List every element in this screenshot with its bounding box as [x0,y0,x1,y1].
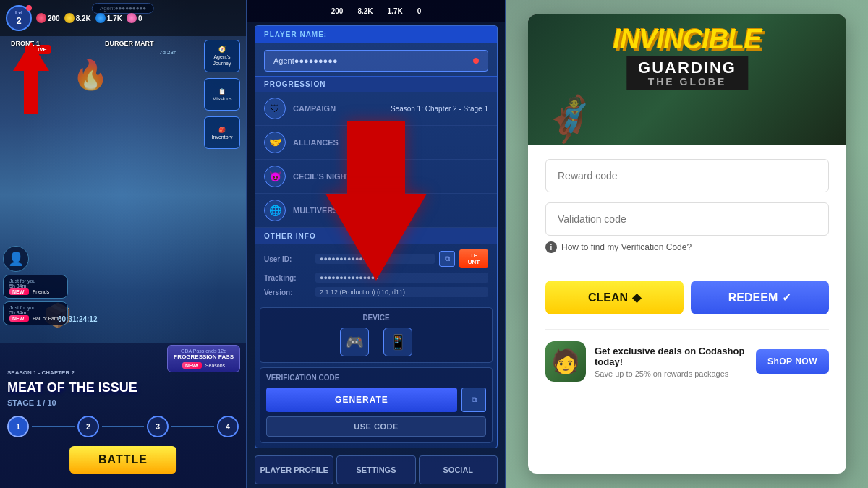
friends-panel[interactable]: Just for you 5h 34m NEW! Friends [3,275,68,299]
verification-header: VERIFICATION CODE [266,374,486,382]
clean-label: CLEAN [588,291,628,304]
modal-tabs: PLAYER PROFILE SETTINGS SOCIAL [255,452,498,488]
codashop-promo: 🧑 Get exclusive deals on Codashop today!… [528,330,846,393]
player-name-field: Agent●●●●●●●●● [264,50,488,72]
drone-label: DRONE 1 [11,40,40,47]
resource-icon-yellow [64,13,75,23]
stage-title: MEAT OF THE ISSUE [7,380,137,395]
promo-icon: 🧑 [545,341,586,382]
validation-code-input[interactable] [545,202,829,236]
verif-copy-button[interactable]: ⧉ [461,388,486,412]
resource-red: 200 [36,13,60,23]
reward-action-buttons: CLEAN ◆ REDEEM ✓ [528,281,846,329]
device-section: DEVICE 🎮 📱 [260,307,493,363]
alliances-label: ALLIANCES [293,138,488,147]
cecils-icon: 😈 [264,166,286,187]
progression-pass[interactable]: GDA Pass ends 12d PROGRESSION PASS NEW! … [167,345,240,372]
promo-title: Get exclusive deals on Codashop today! [595,346,747,367]
user-id-value: ●●●●●●●●●●●●●●● [315,254,435,264]
character-silhouette: 🦸 [542,93,597,145]
stage-nodes: 1 2 3 4 [7,416,239,437]
version-label: Version: [264,288,311,296]
reward-card: 🦸 INVINCIBLE GUARDING THE GLOBE i How to… [528,14,846,474]
redeem-icon: ✓ [782,291,791,304]
campaign-value: Season 1: Chapter 2 - Stage 1 [391,105,488,113]
cecils-label: CECIL'S NIGHTMARES [293,172,488,181]
user-id-label: User ID: [264,255,311,263]
how-to-find-hint[interactable]: i How to find my Verification Code? [545,241,829,253]
clean-icon: ◆ [632,291,641,304]
tab-settings[interactable]: SETTINGS [336,455,415,484]
user-id-row: User ID: ●●●●●●●●●●●●●●● ⧉ TEUNT [264,249,488,268]
stage-node-2[interactable]: 2 [77,416,99,437]
name-dot [473,58,479,64]
stage-counter: STAGE 1 / 10 [7,398,56,407]
campaign-icon: 🛡 [264,98,286,119]
tracking-value: ●●●●●●●●●●●●●●● [315,273,488,283]
version-value: 2.1.12 (Production) (r10, d11) [315,287,488,297]
globe-text: THE GLOBE [638,76,736,87]
reward-header: 🦸 INVINCIBLE GUARDING THE GLOBE [528,14,846,145]
battle-button[interactable]: BATTLE [69,446,176,474]
alliances-icon: 🤝 [264,132,286,153]
right-side-icons: 🧭 Agent's Journey 📋 Missions 🎒 Inventory [204,40,240,149]
level-dot [26,5,32,11]
multiverse-label: MULTIVERSE ARENA [293,206,488,215]
resource-icon-pink [127,13,137,23]
guarding-text: GUARDING [638,59,736,77]
hud-resources: 200 8.2K 1.7K 0 [36,13,240,23]
device-header: DEVICE [266,314,486,322]
level-badge: Lvl 2 [6,5,32,31]
timer-label: 7d 23h [159,49,176,56]
resource-icon-red [36,13,46,23]
redeem-button[interactable]: REDEEM ✓ [691,281,829,314]
player-name-section-header: PLAYER NAME: [255,26,497,43]
version-row: Version: 2.1.12 (Production) (r10, d11) [264,287,488,297]
redeem-label: REDEEM [728,291,778,304]
prog-item-campaign[interactable]: 🛡 CAMPAIGN Season 1: Chapter 2 - Stage 1 [255,92,497,126]
tab-player-profile[interactable]: PLAYER PROFILE [255,455,333,484]
prog-item-multiverse[interactable]: 🌐 MULTIVERSE ARENA [255,194,497,228]
stage-node-3[interactable]: 3 [147,416,169,437]
how-to-find-text: How to find my Verification Code? [561,242,692,252]
tracking-row: Tracking: ●●●●●●●●●●●●●●● [264,273,488,283]
reward-inputs: i How to find my Verification Code? [528,145,846,281]
prog-item-alliances[interactable]: 🤝 ALLIANCES [255,126,497,160]
promo-text: Get exclusive deals on Codashop today! S… [595,346,747,378]
clean-button[interactable]: CLEAN ◆ [545,281,684,314]
multiverse-icon: 🌐 [264,200,286,221]
resource-blue: 1.7K [95,13,122,23]
verification-section: VERIFICATION CODE GENERATE ⧉ USE CODE [260,367,493,443]
account-button[interactable]: TEUNT [459,249,488,268]
prog-item-cecils[interactable]: 😈 CECIL'S NIGHTMARES [255,160,497,194]
reward-code-input[interactable] [545,159,829,192]
chapter-label: SEASON 1 - CHAPTER 2 [7,369,75,376]
progression-section-header: PROGRESSION [255,76,497,92]
stage-node-1[interactable]: 1 [7,416,29,437]
generate-button[interactable]: GENERATE [266,388,457,412]
other-info-header: OTHER INFO [255,228,497,244]
tab-social[interactable]: SOCIAL [419,455,498,484]
resource-pink: 0 [127,13,142,23]
game-panel: Lvl 2 200 8.2K 1.7K 0 Agent●●●●●●●●● [0,0,246,488]
reward-panel: 🦸 INVINCIBLE GUARDING THE GLOBE i How to… [506,0,868,488]
agents-journey-icon[interactable]: 🧭 Agent's Journey [204,40,240,72]
tracking-label: Tracking: [264,274,311,282]
modal-top-bar: 200 8.2K 1.7K 0 [247,0,505,22]
node-line-3 [171,426,214,427]
inventory-icon[interactable]: 🎒 Inventory [204,116,240,149]
stage-node-4[interactable]: 4 [217,416,239,437]
invincible-logo: INVINCIBLE GUARDING THE GLOBE [613,25,761,90]
shop-now-button[interactable]: ShOP NOW [756,349,829,374]
secondary-device-icon[interactable]: 📱 [383,328,412,356]
use-code-button[interactable]: USE CODE [266,416,486,437]
missions-icon[interactable]: 📋 Missions [204,78,240,111]
campaign-label: CAMPAIGN [293,104,383,113]
generate-row: GENERATE ⧉ [266,388,486,412]
player-modal-panel: 200 8.2K 1.7K 0 PLAYER NAME: Agent●●●●●●… [246,0,506,488]
gamepad-icon[interactable]: 🎮 [340,328,369,356]
other-info-section: User ID: ●●●●●●●●●●●●●●● ⧉ TEUNT Trackin… [255,244,497,307]
season-timer: 00:31:24:12 [58,315,97,323]
invincible-title: INVINCIBLE [613,25,761,53]
user-id-copy-button[interactable]: ⧉ [439,251,455,267]
